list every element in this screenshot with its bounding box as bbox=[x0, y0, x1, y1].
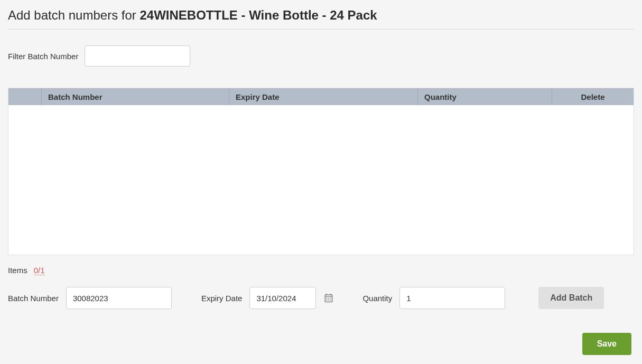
add-batch-form: Batch Number Expiry Date Quantity Add Ba… bbox=[8, 287, 634, 309]
quantity-input[interactable] bbox=[399, 287, 505, 309]
column-quantity[interactable]: Quantity bbox=[418, 88, 552, 105]
batch-table: Batch Number Expiry Date Quantity Delete bbox=[8, 88, 634, 255]
title-product: 24WINEBOTTLE - Wine Bottle - 24 Pack bbox=[139, 8, 377, 22]
items-summary: Items 0/1 bbox=[8, 266, 634, 275]
expiry-date-label: Expiry Date bbox=[201, 294, 243, 303]
column-expiry-date[interactable]: Expiry Date bbox=[229, 88, 418, 105]
column-batch-number[interactable]: Batch Number bbox=[42, 88, 229, 105]
items-count[interactable]: 0/1 bbox=[34, 266, 45, 275]
add-batch-button[interactable]: Add Batch bbox=[538, 287, 604, 309]
filter-row: Filter Batch Number bbox=[8, 45, 634, 67]
filter-label: Filter Batch Number bbox=[8, 52, 78, 61]
calendar-icon[interactable] bbox=[323, 293, 334, 303]
column-delete: Delete bbox=[552, 88, 634, 105]
table-header: Batch Number Expiry Date Quantity Delete bbox=[8, 88, 634, 105]
table-body-empty bbox=[8, 105, 634, 255]
items-label: Items bbox=[8, 266, 27, 275]
save-button[interactable]: Save bbox=[582, 333, 631, 355]
footer: Save bbox=[8, 333, 634, 355]
column-expand bbox=[8, 88, 42, 105]
page-title: Add batch numbers for 24WINEBOTTLE - Win… bbox=[8, 8, 634, 30]
batch-number-input[interactable] bbox=[66, 287, 172, 309]
batch-number-label: Batch Number bbox=[8, 294, 59, 303]
filter-batch-input[interactable] bbox=[85, 45, 190, 67]
expiry-date-input[interactable] bbox=[249, 287, 316, 309]
title-prefix: Add batch numbers for bbox=[8, 8, 139, 22]
quantity-label: Quantity bbox=[362, 294, 392, 303]
